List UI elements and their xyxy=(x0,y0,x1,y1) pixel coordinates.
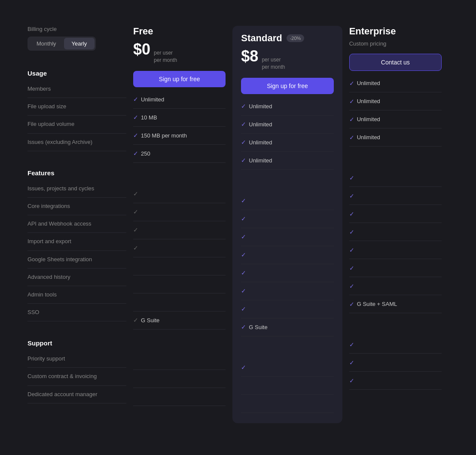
standard-issues: ✓ Unlimited xyxy=(241,152,333,170)
check-icon: ✓ xyxy=(241,364,246,371)
check-icon: ✓ xyxy=(349,211,354,217)
check-icon: ✓ xyxy=(349,377,354,384)
check-icon: ✓ xyxy=(349,192,354,199)
enterprise-plan-cta[interactable]: Contact us xyxy=(349,54,442,71)
standard-support-manager xyxy=(241,395,333,413)
standard-support-priority: ✓ xyxy=(241,359,333,377)
monthly-toggle[interactable]: Monthly xyxy=(29,38,64,49)
enterprise-support-priority: ✓ xyxy=(349,336,442,354)
free-plan-column: Free $0 per userper month Sign up for fr… xyxy=(126,26,232,406)
label-google-sheets: Google Sheets integration xyxy=(27,251,126,269)
check-icon: ✓ xyxy=(241,269,246,276)
check-icon: ✓ xyxy=(349,359,354,366)
label-issues-projects: Issues, projects and cycles xyxy=(27,180,126,198)
billing-cycle-section: Billing cycle Monthly Yearly xyxy=(27,26,126,51)
standard-file-upload-size: ✓ Unlimited xyxy=(241,116,333,134)
standard-feature-core-int: ✓ xyxy=(241,210,333,228)
enterprise-file-upload-size: ✓ Unlimited xyxy=(349,92,442,110)
check-icon: ✓ xyxy=(349,301,354,308)
label-file-upload-volume: File upload volume xyxy=(27,116,126,133)
check-icon: ✓ xyxy=(133,114,138,121)
label-members: Members xyxy=(27,80,126,98)
check-icon: ✓ xyxy=(349,174,354,181)
free-issues: ✓ 250 xyxy=(133,145,226,163)
label-import-export: Import and export xyxy=(27,233,126,250)
billing-label: Billing cycle xyxy=(27,26,126,32)
enterprise-plan-column: Enterprise Custom pricing Contact us ✓ U… xyxy=(342,26,449,390)
check-icon: ✓ xyxy=(133,96,138,103)
standard-plan-column: Standard -20% $8 per userper month Sign … xyxy=(232,26,342,423)
label-api-webhook: API and Webhook access xyxy=(27,215,126,233)
check-icon: ✓ xyxy=(241,197,246,204)
check-icon: ✓ xyxy=(133,150,138,157)
check-icon: ✓ xyxy=(241,324,246,330)
check-icon: ✓ xyxy=(133,208,138,215)
free-feature-api: ✓ xyxy=(133,221,226,239)
standard-plan-cta[interactable]: Sign up for free xyxy=(241,78,333,94)
free-plan-cta[interactable]: Sign up for free xyxy=(133,71,226,87)
standard-support-contract xyxy=(241,377,333,395)
check-icon: ✓ xyxy=(241,121,246,128)
standard-feature-sso: ✓ G Suite xyxy=(241,318,333,336)
label-advanced-history: Advanced history xyxy=(27,269,126,286)
check-icon: ✓ xyxy=(349,341,354,348)
free-plan-name: Free xyxy=(133,26,153,37)
enterprise-feature-history: ✓ xyxy=(349,259,442,277)
standard-plan-price: $8 xyxy=(241,47,258,65)
standard-file-upload-volume: ✓ Unlimited xyxy=(241,134,333,152)
free-feature-history xyxy=(133,275,226,293)
label-file-upload-size: File upload size xyxy=(27,98,126,116)
check-icon: ✓ xyxy=(241,305,246,312)
enterprise-custom-pricing: Custom pricing xyxy=(349,40,442,47)
standard-members: ✓ Unlimited xyxy=(241,98,333,116)
check-icon: ✓ xyxy=(241,251,246,258)
label-admin-tools: Admin tools xyxy=(27,286,126,304)
label-custom-contract: Custom contract & invoicing xyxy=(27,368,126,385)
standard-feature-api: ✓ xyxy=(241,228,333,246)
label-dedicated-manager: Dedicated account manager xyxy=(27,386,126,403)
enterprise-feature-core-int: ✓ xyxy=(349,187,442,205)
check-icon: ✓ xyxy=(133,244,138,251)
free-feature-sso: ✓ G Suite xyxy=(133,311,226,330)
free-feature-issues: ✓ xyxy=(133,185,226,203)
enterprise-file-upload-volume: ✓ Unlimited xyxy=(349,110,442,128)
check-icon: ✓ xyxy=(349,283,354,290)
features-section-header: Features xyxy=(27,164,126,180)
standard-plan-name: Standard xyxy=(241,33,282,44)
check-icon: ✓ xyxy=(241,103,246,110)
check-icon: ✓ xyxy=(133,190,138,197)
standard-feature-admin: ✓ xyxy=(241,300,333,318)
free-feature-import: ✓ xyxy=(133,239,226,257)
check-icon: ✓ xyxy=(241,215,246,222)
enterprise-members: ✓ Unlimited xyxy=(349,74,442,92)
free-file-upload-size: ✓ 10 MB xyxy=(133,109,226,127)
check-icon: ✓ xyxy=(133,317,138,324)
free-support-priority xyxy=(133,352,226,370)
free-file-upload-volume: ✓ 150 MB per month xyxy=(133,127,226,145)
free-plan-price: $0 xyxy=(133,40,150,58)
enterprise-issues: ✓ Unlimited xyxy=(349,128,442,147)
standard-plan-price-detail: per userper month xyxy=(262,56,285,71)
enterprise-feature-google-sheets: ✓ xyxy=(349,241,442,259)
free-support-contract xyxy=(133,370,226,388)
label-issues: Issues (excluding Archive) xyxy=(27,134,126,151)
check-icon: ✓ xyxy=(133,226,138,233)
enterprise-support-manager: ✓ xyxy=(349,372,442,390)
check-icon: ✓ xyxy=(241,287,246,294)
free-feature-admin xyxy=(133,293,226,311)
enterprise-feature-admin: ✓ xyxy=(349,277,442,295)
free-support-manager xyxy=(133,388,226,406)
check-icon: ✓ xyxy=(241,139,246,146)
check-icon: ✓ xyxy=(349,116,354,123)
check-icon: ✓ xyxy=(349,98,354,105)
enterprise-feature-sso: ✓ G Suite + SAML xyxy=(349,295,442,313)
check-icon: ✓ xyxy=(349,229,354,235)
label-priority-support: Priority support xyxy=(27,350,126,368)
free-feature-core-int: ✓ xyxy=(133,203,226,221)
enterprise-plan-header: Enterprise Custom pricing xyxy=(349,26,442,47)
usage-section-header: Usage xyxy=(27,64,126,80)
label-sso: SSO xyxy=(27,304,126,321)
label-core-integrations: Core integrations xyxy=(27,198,126,215)
yearly-toggle[interactable]: Yearly xyxy=(64,38,95,49)
support-section-header: Support xyxy=(27,334,126,350)
